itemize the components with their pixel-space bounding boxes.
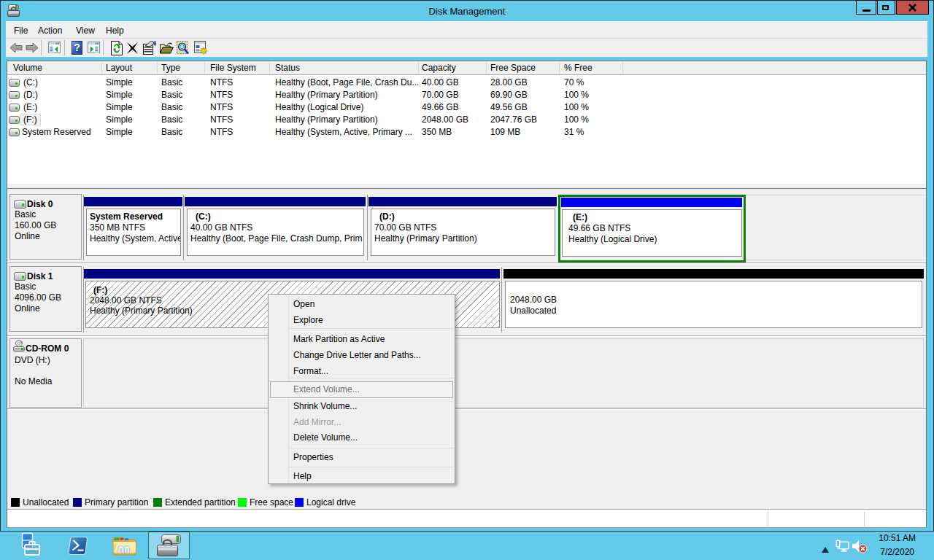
svg-text:?: ? <box>74 42 80 53</box>
